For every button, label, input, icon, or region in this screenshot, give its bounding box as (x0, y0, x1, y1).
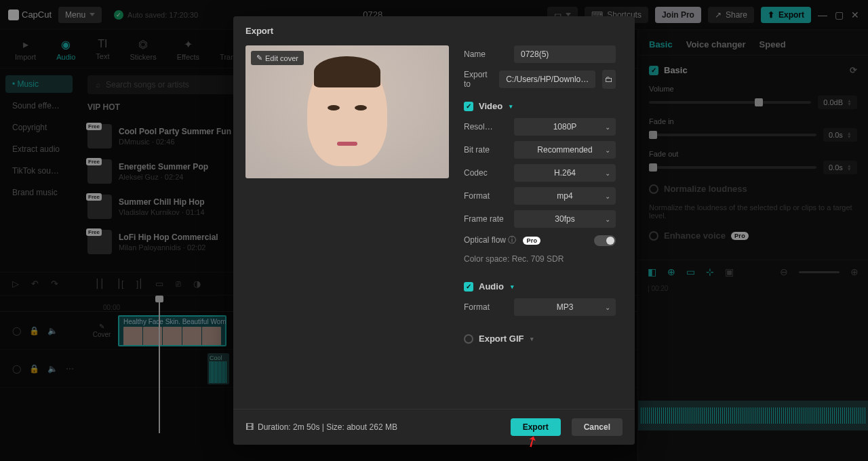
exportto-label: Export to (464, 70, 492, 89)
format-select[interactable]: mp4⌄ (514, 187, 616, 205)
framerate-select[interactable]: 30fps⌄ (514, 210, 616, 228)
audio-format-select[interactable]: MP3⌄ (514, 298, 616, 316)
film-icon: 🎞 (245, 422, 254, 432)
name-label: Name (464, 49, 507, 59)
framerate-label: Frame rate (464, 214, 507, 224)
exportto-input[interactable]: C:/Users/HP/Downlo… (499, 71, 595, 88)
check-icon: ✓ (464, 102, 473, 111)
opticalflow-toggle[interactable] (594, 235, 616, 246)
face-preview (307, 58, 387, 166)
check-icon: ✓ (464, 282, 473, 292)
export-confirm-button[interactable]: Export (511, 418, 561, 436)
gif-section[interactable]: Export GIF▾ (464, 334, 616, 344)
info-icon[interactable]: ⓘ (508, 235, 516, 245)
chevron-down-icon: ⌄ (605, 216, 610, 223)
collapse-icon: ▾ (530, 336, 534, 342)
browse-folder-button[interactable]: 🗀 (602, 70, 616, 89)
audio-format-label: Format (464, 302, 507, 312)
export-dialog: Export ✎Edit cover Name0728(5) Export to… (233, 16, 635, 445)
folder-icon: 🗀 (605, 75, 613, 84)
format-label: Format (464, 191, 507, 201)
dialog-title: Export (233, 16, 635, 45)
chevron-down-icon: ⌄ (605, 304, 610, 311)
cancel-button[interactable]: Cancel (572, 418, 623, 436)
chevron-down-icon: ⌄ (605, 123, 610, 131)
audio-section[interactable]: ✓Audio▾ (464, 281, 616, 292)
edit-cover-button[interactable]: ✎Edit cover (251, 51, 304, 65)
resolution-label: Resol… (464, 122, 507, 132)
video-section[interactable]: ✓Video▾ (464, 101, 616, 111)
codec-select[interactable]: H.264⌄ (514, 164, 616, 182)
name-input[interactable]: 0728(5) (514, 45, 616, 63)
chevron-down-icon: ⌄ (605, 146, 610, 154)
codec-label: Codec (464, 168, 507, 178)
bitrate-label: Bit rate (464, 145, 507, 155)
unchecked-icon (464, 334, 473, 344)
pencil-icon: ✎ (256, 54, 262, 62)
collapse-icon: ▾ (509, 103, 513, 110)
chevron-down-icon: ⌄ (605, 193, 610, 200)
bitrate-select[interactable]: Recommended⌄ (514, 141, 616, 159)
resolution-select[interactable]: 1080P⌄ (514, 118, 616, 136)
pro-badge: Pro (523, 237, 540, 245)
colorspace-text: Color space: Rec. 709 SDR (464, 254, 616, 264)
chevron-down-icon: ⌄ (605, 169, 610, 177)
collapse-icon: ▾ (511, 283, 514, 290)
opticalflow-label: Optical flow ⓘ (464, 235, 516, 246)
cover-preview: ✎Edit cover (245, 45, 449, 178)
footer-stats: Duration: 2m 50s | Size: about 262 MB (258, 422, 397, 432)
